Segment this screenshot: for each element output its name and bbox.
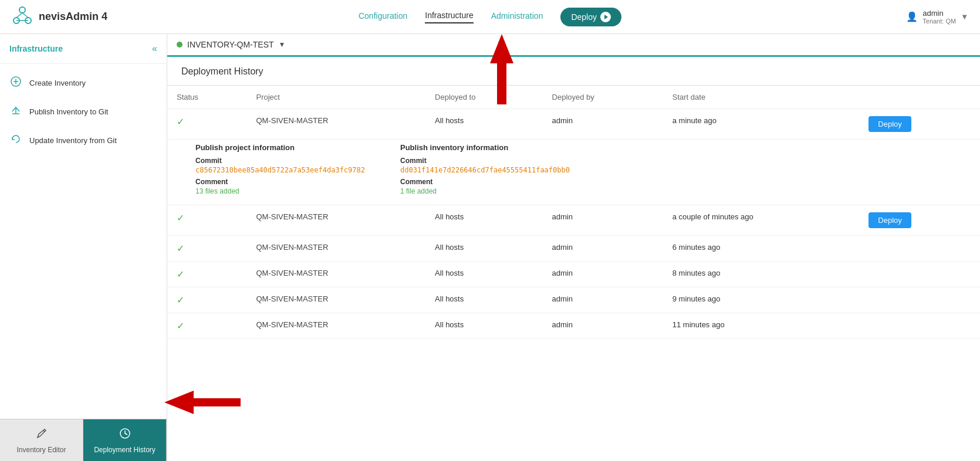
deployed-by-cell: admin [543, 313, 663, 339]
update-inventory-label: Update Inventory from Git [29, 136, 117, 145]
inventory-editor-icon [35, 427, 48, 443]
publish-inventory-title: Publish inventory information [400, 143, 570, 152]
deployed-to-cell: All hosts [425, 205, 543, 236]
app-title: nevisAdmin 4 [39, 11, 107, 23]
deployed-to-cell: All hosts [425, 236, 543, 262]
publish-inventory-section: Publish inventory information Commit dd0… [400, 143, 570, 195]
main-layout: Infrastructure « Create Inventory Publis… [0, 34, 980, 461]
tenant-label: Tenant: QM [922, 18, 956, 25]
inventory-editor-label: Inventory Editor [16, 446, 66, 454]
action-cell [859, 287, 980, 313]
svg-line-3 [16, 13, 22, 18]
sidebar-title: Infrastructure [9, 44, 63, 53]
deploy-button-label: Deploy [571, 12, 597, 22]
svg-line-11 [43, 431, 45, 432]
comment-label-1: Comment [195, 178, 365, 186]
project-name-cell: QM-SIVEN-MASTER [246, 262, 425, 287]
project-name-cell: QM-SIVEN-MASTER [246, 287, 425, 313]
action-cell [859, 236, 980, 262]
status-check-icon: ✓ [177, 117, 184, 127]
inventory-chevron-icon[interactable]: ▼ [279, 40, 286, 49]
status-check-icon: ✓ [177, 321, 184, 331]
inventory-selector[interactable]: INVENTORY-QM-TEST ▼ [167, 34, 980, 57]
deployment-history-label: Deployment History [94, 446, 156, 454]
start-date-cell: 9 minutes ago [663, 287, 860, 313]
action-cell [859, 262, 980, 287]
sidebar-collapse-button[interactable]: « [152, 43, 157, 54]
user-name: admin [922, 9, 956, 18]
svg-line-4 [22, 13, 28, 18]
project-name-cell: QM-SIVEN-MASTER [246, 109, 425, 140]
status-cell: ✓ [167, 313, 246, 339]
commit-hash-1: c85672310bee85a40d5722a7a53eef4da3fc9782 [195, 166, 365, 174]
play-icon [600, 12, 611, 22]
row-deploy-button[interactable]: Deploy [869, 116, 911, 132]
table-row: ✓ QM-SIVEN-MASTER All hosts admin 11 min… [167, 313, 980, 339]
row-deploy-button[interactable]: Deploy [869, 212, 911, 228]
commit-hash-2: dd031f141e7d226646cd7fae45555411faaf0bb0 [400, 166, 570, 174]
deployed-by-cell: admin [543, 109, 663, 140]
commit-label-2: Commit [400, 157, 570, 165]
create-inventory-icon [9, 76, 22, 90]
status-cell: ✓ [167, 262, 246, 287]
nav-administration[interactable]: Administration [491, 11, 543, 23]
start-date-cell: a minute ago [663, 109, 860, 140]
deployment-table: Status Project Deployed to Deployed by S… [167, 86, 980, 339]
comment-label-2: Comment [400, 178, 570, 186]
status-check-icon: ✓ [177, 269, 184, 279]
content-area: INVENTORY-QM-TEST ▼ Deployment History S… [167, 34, 980, 461]
user-info: admin Tenant: QM [922, 9, 956, 25]
sidebar: Infrastructure « Create Inventory Publis… [0, 34, 167, 461]
deployed-by-cell: admin [543, 262, 663, 287]
expanded-inner: Publish project information Commit c8567… [195, 143, 971, 195]
project-name-cell: QM-SIVEN-MASTER [246, 205, 425, 236]
user-icon: 👤 [906, 11, 918, 22]
sidebar-item-create-inventory[interactable]: Create Inventory [0, 69, 167, 97]
tab-deployment-history[interactable]: Deployment History [83, 419, 167, 461]
user-chevron-icon[interactable]: ▼ [961, 12, 968, 21]
user-area: 👤 admin Tenant: QM ▼ [906, 9, 968, 25]
nav-links: Configuration Infrastructure Administrat… [359, 8, 621, 26]
action-cell [859, 313, 980, 339]
publish-project-title: Publish project information [195, 143, 365, 152]
nav-configuration[interactable]: Configuration [359, 11, 407, 23]
logo-area: nevisAdmin 4 [12, 5, 107, 28]
deployed-by-cell: admin [543, 287, 663, 313]
status-check-icon: ✓ [177, 213, 184, 223]
bottom-tabs: Inventory Editor Deployment History [0, 419, 167, 461]
col-deployed-to: Deployed to [425, 86, 543, 109]
project-name-cell: QM-SIVEN-MASTER [246, 313, 425, 339]
expanded-row: Publish project information Commit c8567… [167, 140, 980, 205]
commit-label-1: Commit [195, 157, 365, 165]
inventory-name: INVENTORY-QM-TEST [187, 40, 274, 49]
table-row: ✓ QM-SIVEN-MASTER All hosts admin 9 minu… [167, 287, 980, 313]
sidebar-item-update-inventory[interactable]: Update Inventory from Git [0, 126, 167, 155]
sidebar-item-publish-inventory[interactable]: Publish Inventory to Git [0, 97, 167, 126]
status-cell: ✓ [167, 205, 246, 236]
publish-inventory-label: Publish Inventory to Git [29, 107, 108, 116]
create-inventory-label: Create Inventory [29, 79, 86, 87]
deployed-by-cell: admin [543, 205, 663, 236]
deployed-by-cell: admin [543, 236, 663, 262]
project-name-cell: QM-SIVEN-MASTER [246, 236, 425, 262]
app-logo-icon [12, 5, 33, 28]
svg-point-0 [19, 7, 25, 13]
col-deployed-by: Deployed by [543, 86, 663, 109]
table-header-row: Status Project Deployed to Deployed by S… [167, 86, 980, 109]
status-check-icon: ✓ [177, 295, 184, 305]
inventory-status-dot [177, 42, 183, 48]
expanded-content: Publish project information Commit c8567… [167, 140, 980, 205]
sidebar-menu: Create Inventory Publish Inventory to Gi… [0, 64, 167, 419]
nav-infrastructure[interactable]: Infrastructure [425, 11, 473, 23]
table-row: ✓ QM-SIVEN-MASTER All hosts admin a coup… [167, 205, 980, 236]
sidebar-header: Infrastructure « [0, 34, 167, 64]
page-title: Deployment History [181, 57, 966, 85]
comment-value-1: 13 files added [195, 187, 365, 195]
content-header: Deployment History [167, 57, 980, 86]
table-row: ✓ QM-SIVEN-MASTER All hosts admin 6 minu… [167, 236, 980, 262]
deploy-button[interactable]: Deploy [560, 8, 621, 26]
tab-inventory-editor[interactable]: Inventory Editor [0, 419, 83, 461]
col-start-date: Start date [663, 86, 860, 109]
deployment-table-container: Status Project Deployed to Deployed by S… [167, 86, 980, 461]
action-cell: Deploy [859, 205, 980, 236]
